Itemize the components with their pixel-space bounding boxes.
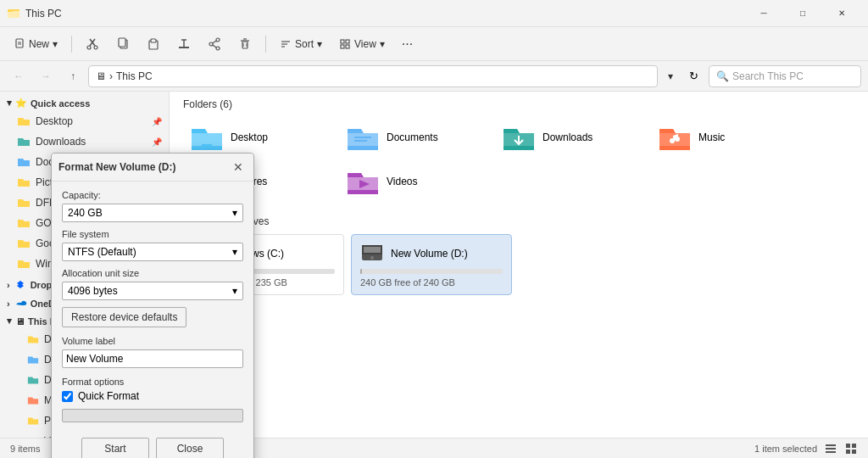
folder-icon bbox=[17, 216, 31, 230]
explorer-icon bbox=[7, 7, 20, 20]
sort-button[interactable]: Sort ▾ bbox=[273, 31, 329, 58]
folder-icon bbox=[17, 114, 31, 128]
svg-rect-14 bbox=[179, 47, 189, 48]
capacity-value: 240 GB bbox=[68, 207, 103, 219]
new-button[interactable]: New ▾ bbox=[7, 31, 64, 58]
list-view-icon[interactable] bbox=[824, 442, 837, 455]
grid-view-icon[interactable] bbox=[844, 442, 858, 455]
chevron-down-icon: ▾ bbox=[7, 316, 12, 327]
folder-icon bbox=[27, 333, 39, 345]
title-text: This PC bbox=[25, 8, 62, 20]
quick-access-label: Quick access bbox=[31, 98, 90, 109]
view-button[interactable]: View ▾ bbox=[332, 31, 392, 58]
address-input[interactable]: 🖥 › This PC bbox=[88, 65, 658, 87]
close-button[interactable]: ✕ bbox=[822, 0, 861, 27]
refresh-button[interactable]: ↻ bbox=[682, 64, 705, 88]
pc-icon: 🖥 bbox=[15, 316, 25, 327]
title-bar: This PC ─ □ ✕ bbox=[0, 0, 868, 27]
new-icon bbox=[14, 38, 25, 50]
path-text: This PC bbox=[116, 70, 153, 82]
sidebar-item-desktop[interactable]: Desktop 📌 bbox=[0, 111, 169, 131]
view-label: View bbox=[354, 38, 376, 50]
quick-access-header[interactable]: ▾ ⭐ Quick access bbox=[0, 95, 169, 111]
filesystem-chevron-icon: ▾ bbox=[232, 246, 237, 258]
maximize-button[interactable]: □ bbox=[783, 0, 822, 27]
more-button[interactable]: ··· bbox=[395, 31, 420, 58]
selected-count: 1 item selected bbox=[754, 444, 817, 454]
copy-button[interactable] bbox=[109, 31, 136, 58]
drive-d-bar-bg bbox=[360, 269, 503, 274]
svg-rect-69 bbox=[852, 450, 856, 454]
sort-icon bbox=[280, 38, 292, 50]
start-button[interactable]: Start bbox=[81, 438, 149, 458]
restore-defaults-button[interactable]: Restore device defaults bbox=[62, 307, 186, 327]
rename-button[interactable] bbox=[170, 31, 198, 58]
svg-rect-49 bbox=[354, 140, 367, 142]
sidebar-item-downloads[interactable]: Downloads 📌 bbox=[0, 131, 169, 152]
alloc-select[interactable]: 4096 bytes ▾ bbox=[62, 282, 243, 300]
svg-point-62 bbox=[370, 256, 374, 260]
sort-chevron-icon: ▾ bbox=[317, 38, 322, 50]
svg-rect-13 bbox=[151, 39, 156, 42]
svg-rect-68 bbox=[846, 450, 850, 454]
drives-header: Devices and drives bbox=[183, 215, 854, 227]
delete-button[interactable] bbox=[231, 31, 259, 58]
folder-item-desktop[interactable]: Desktop bbox=[183, 117, 336, 158]
folder-icon bbox=[17, 155, 31, 169]
svg-rect-30 bbox=[341, 40, 344, 43]
svg-point-51 bbox=[675, 137, 680, 142]
delete-icon bbox=[238, 37, 252, 51]
cut-button[interactable] bbox=[79, 31, 106, 58]
svg-line-21 bbox=[213, 45, 216, 47]
chevron-right-icon: › bbox=[7, 299, 10, 309]
folder-desktop-icon bbox=[190, 122, 224, 153]
folder-item-documents[interactable]: Documents bbox=[339, 117, 492, 158]
up-button[interactable]: ↑ bbox=[61, 64, 85, 88]
chevron-right-icon: › bbox=[7, 280, 10, 290]
volume-label-label: Volume label bbox=[62, 336, 243, 346]
dialog-close-btn[interactable]: Close bbox=[156, 438, 224, 458]
folder-icon bbox=[17, 237, 31, 250]
drive-item-d[interactable]: New Volume (D:) 240 GB free of 240 GB bbox=[351, 234, 512, 295]
folder-item-downloads[interactable]: Downloads bbox=[495, 117, 648, 158]
folders-header: Folders (6) bbox=[183, 98, 854, 110]
pin-icon: 📌 bbox=[152, 137, 162, 147]
separator-1 bbox=[71, 36, 72, 53]
paste-button[interactable] bbox=[140, 31, 167, 58]
share-button[interactable] bbox=[201, 31, 228, 58]
capacity-select[interactable]: 240 GB ▾ bbox=[62, 204, 243, 222]
dialog-close-button[interactable]: ✕ bbox=[230, 159, 247, 176]
toolbar: New ▾ Sort ▾ View ▾ ··· bbox=[0, 27, 868, 61]
forward-button[interactable]: → bbox=[34, 64, 58, 88]
dialog-title: Format New Volume (D:) bbox=[58, 161, 175, 173]
drive-d-header: New Volume (D:) bbox=[360, 242, 503, 265]
folder-downloads-name: Downloads bbox=[542, 131, 593, 143]
svg-point-8 bbox=[87, 46, 91, 49]
star-icon: ⭐ bbox=[15, 98, 27, 109]
share-icon bbox=[208, 37, 221, 51]
svg-rect-31 bbox=[346, 40, 349, 43]
minimize-button[interactable]: ─ bbox=[744, 0, 783, 27]
address-bar: ← → ↑ 🖥 › This PC ▾ ↻ 🔍 Search This PC bbox=[0, 61, 868, 92]
svg-rect-3 bbox=[16, 39, 23, 47]
new-label: New bbox=[29, 38, 49, 50]
copy-icon bbox=[116, 37, 130, 51]
folder-documents-icon bbox=[346, 122, 380, 153]
dropdown-btn[interactable]: ▾ bbox=[661, 65, 678, 87]
dialog-title-bar: Format New Volume (D:) ✕ bbox=[52, 154, 253, 182]
folder-item-music[interactable]: Music bbox=[651, 117, 804, 158]
folder-item-videos[interactable]: Videos bbox=[339, 161, 492, 202]
folder-icon bbox=[27, 354, 39, 366]
search-box[interactable]: 🔍 Search This PC bbox=[709, 65, 861, 87]
folder-videos-name: Videos bbox=[387, 176, 417, 187]
svg-rect-11 bbox=[119, 38, 125, 47]
quick-format-checkbox[interactable] bbox=[62, 391, 73, 402]
content-area: Folders (6) Desktop Documents bbox=[170, 92, 868, 438]
volume-label-input[interactable] bbox=[62, 349, 243, 368]
drive-d-bar-fill bbox=[360, 269, 362, 274]
filesystem-select[interactable]: NTFS (Default) ▾ bbox=[62, 243, 243, 261]
folder-icon bbox=[17, 196, 31, 209]
alloc-chevron-icon: ▾ bbox=[232, 285, 237, 297]
back-button[interactable]: ← bbox=[7, 64, 31, 88]
drive-d-icon bbox=[360, 242, 384, 265]
